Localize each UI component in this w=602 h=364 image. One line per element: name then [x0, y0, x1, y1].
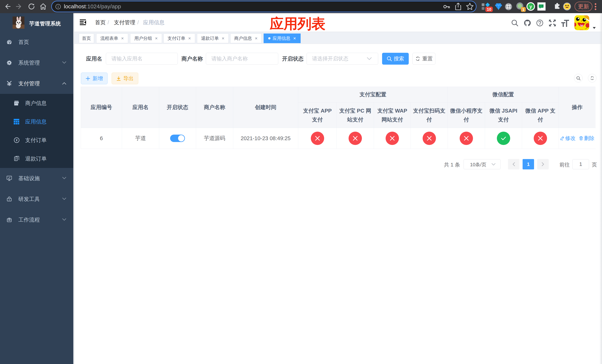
svg-text:1: 1 [522, 7, 525, 12]
svg-text:¥: ¥ [16, 139, 18, 142]
svg-text:y: y [529, 4, 532, 9]
svg-text:10: 10 [487, 7, 491, 12]
